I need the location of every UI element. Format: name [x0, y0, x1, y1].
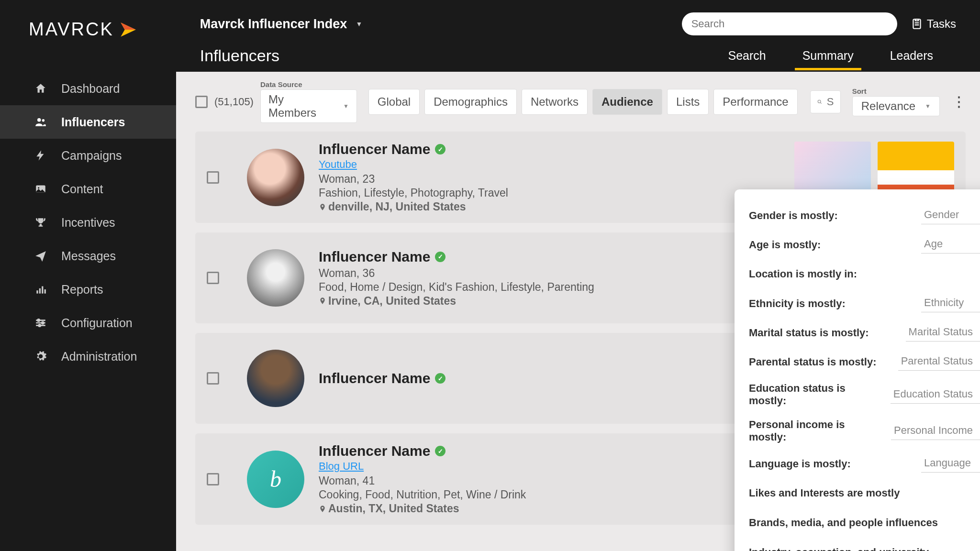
- filter-tab-demographics[interactable]: Demographics: [424, 89, 517, 115]
- panel-select[interactable]: Parental Status▼: [898, 353, 980, 371]
- panel-select-placeholder: Language: [924, 457, 971, 469]
- sidebar-item-reports[interactable]: Reports: [0, 273, 176, 306]
- panel-row-label: Industry, occupation, and university: [749, 546, 929, 551]
- panel-select[interactable]: Age▼: [921, 236, 980, 253]
- tab-leaders[interactable]: Leaders: [886, 42, 937, 69]
- panel-row-label: Brands, media, and people influences: [749, 517, 938, 529]
- tasks-link[interactable]: Tasks: [911, 17, 956, 31]
- panel-select[interactable]: Marital Status▼: [906, 324, 980, 342]
- panel-expandable-row[interactable]: Location is mostly in:⌄: [749, 259, 980, 289]
- panel-row-label: Parental status is mostly:: [749, 356, 891, 368]
- panel-expandable-row[interactable]: Brands, media, and people influences⌄: [749, 508, 980, 538]
- sidebar: Dashboard Influencers Campaigns Content …: [0, 72, 176, 551]
- global-search-input[interactable]: [691, 18, 888, 30]
- tab-summary[interactable]: Summary: [799, 42, 858, 69]
- sidebar-item-configuration[interactable]: Configuration: [0, 306, 176, 340]
- avatar[interactable]: [247, 149, 304, 206]
- panel-select[interactable]: Personal Income▼: [891, 422, 980, 440]
- panel-row-label: Age is mostly:: [749, 239, 913, 251]
- influencer-name[interactable]: Influencer Name ✓: [319, 249, 780, 265]
- panel-select[interactable]: Language▼: [921, 455, 980, 473]
- panel-select[interactable]: Education Status▼: [891, 386, 980, 404]
- svg-point-6: [38, 187, 39, 188]
- filter-tab-global[interactable]: Global: [368, 89, 420, 115]
- influencer-tags: Fashion, Lifestyle, Photography, Travel: [319, 187, 780, 199]
- sidebar-item-messages[interactable]: Messages: [0, 239, 176, 273]
- avatar[interactable]: b: [247, 451, 304, 508]
- sidebar-item-label: Campaigns: [61, 149, 122, 163]
- panel-filter-row: Personal income is mostly:Personal Incom…: [749, 413, 980, 449]
- brand-logo[interactable]: MAVRCK: [29, 19, 138, 40]
- svg-rect-8: [39, 288, 41, 294]
- panel-select-placeholder: Personal Income: [894, 424, 973, 437]
- sidebar-item-label: Reports: [61, 283, 103, 297]
- panel-row-label: Gender is mostly:: [749, 209, 913, 222]
- panel-expandable-row[interactable]: Likes and Interests are mostly⌄: [749, 478, 980, 508]
- filter-tab-performance[interactable]: Performance: [713, 89, 797, 115]
- svg-point-4: [42, 119, 45, 121]
- influencer-link[interactable]: Youtube: [319, 158, 357, 171]
- sort-select[interactable]: Relevance ▼: [852, 96, 940, 116]
- row-checkbox[interactable]: [207, 473, 219, 485]
- people-icon: [33, 115, 48, 129]
- svg-point-12: [42, 322, 44, 324]
- panel-select[interactable]: Gender▼: [921, 207, 980, 224]
- avatar[interactable]: [247, 350, 304, 407]
- main-content: (51,105) Data Source My Members ▼ Global…: [176, 72, 980, 551]
- panel-filter-row: Parental status is mostly:Parental Statu…: [749, 347, 980, 376]
- view-tabs: Search Summary Leaders: [724, 42, 937, 69]
- audience-panel: Gender is mostly:Gender▼Age is mostly:Ag…: [735, 189, 980, 551]
- tab-search[interactable]: Search: [724, 42, 769, 69]
- filter-tab-networks[interactable]: Networks: [522, 89, 588, 115]
- sidebar-item-label: Configuration: [61, 316, 133, 330]
- sidebar-item-content[interactable]: Content: [0, 172, 176, 206]
- row-checkbox[interactable]: [207, 272, 219, 284]
- title-dropdown[interactable]: Mavrck Influencer Index ▼: [200, 17, 362, 32]
- influencer-meta: Woman, 41: [319, 474, 780, 487]
- data-source-value: My Members: [268, 93, 334, 120]
- panel-select-placeholder: Marital Status: [909, 326, 973, 338]
- panel-row-label: Language is mostly:: [749, 458, 913, 470]
- sidebar-item-label: Messages: [61, 249, 116, 263]
- sidebar-item-dashboard[interactable]: Dashboard: [0, 72, 176, 105]
- panel-filter-row: Age is mostly:Age▼: [749, 230, 980, 259]
- sliders-icon: [33, 316, 48, 330]
- avatar[interactable]: [247, 249, 304, 307]
- influencer-search[interactable]: [810, 90, 841, 113]
- influencer-link[interactable]: Blog URL: [319, 460, 364, 473]
- gear-icon: [33, 349, 48, 364]
- more-menu-button[interactable]: ⋮: [952, 94, 966, 110]
- image-icon: [33, 182, 48, 196]
- panel-filter-row: Gender is mostly:Gender▼: [749, 201, 980, 230]
- filter-tab-audience[interactable]: Audience: [592, 89, 662, 115]
- influencer-meta: Woman, 36: [319, 267, 780, 280]
- panel-expandable-row[interactable]: Industry, occupation, and university⌄: [749, 538, 980, 551]
- influencer-name[interactable]: Influencer Name ✓: [319, 443, 780, 459]
- sidebar-item-campaigns[interactable]: Campaigns: [0, 139, 176, 172]
- row-checkbox[interactable]: [207, 372, 219, 385]
- row-checkbox[interactable]: [207, 171, 219, 184]
- pin-icon: [319, 202, 326, 212]
- global-search[interactable]: [682, 12, 897, 35]
- data-source-select[interactable]: My Members ▼: [260, 89, 357, 123]
- verified-badge-icon: ✓: [435, 252, 445, 262]
- select-all-checkbox[interactable]: [195, 96, 208, 108]
- filter-tab-lists[interactable]: Lists: [667, 89, 709, 115]
- sidebar-item-label: Administration: [61, 350, 137, 364]
- sidebar-item-influencers[interactable]: Influencers: [0, 105, 176, 139]
- sidebar-item-label: Content: [61, 182, 103, 196]
- pin-icon: [319, 504, 326, 514]
- influencer-name[interactable]: Influencer Name ✓: [319, 141, 780, 157]
- influencer-meta: Woman, 23: [319, 173, 780, 186]
- panel-select[interactable]: Ethnicity▼: [921, 295, 980, 312]
- influencer-search-input[interactable]: [827, 96, 834, 108]
- panel-row-label: Location is mostly in:: [749, 268, 857, 280]
- panel-select-placeholder: Gender: [924, 209, 959, 221]
- panel-row-label: Personal income is mostly:: [749, 419, 883, 443]
- influencer-name[interactable]: Influencer Name ✓: [319, 370, 780, 386]
- sidebar-item-label: Influencers: [61, 115, 125, 129]
- bolt-icon: [33, 148, 48, 163]
- sidebar-item-incentives[interactable]: Incentives: [0, 206, 176, 239]
- send-icon: [33, 249, 48, 263]
- sidebar-item-administration[interactable]: Administration: [0, 340, 176, 373]
